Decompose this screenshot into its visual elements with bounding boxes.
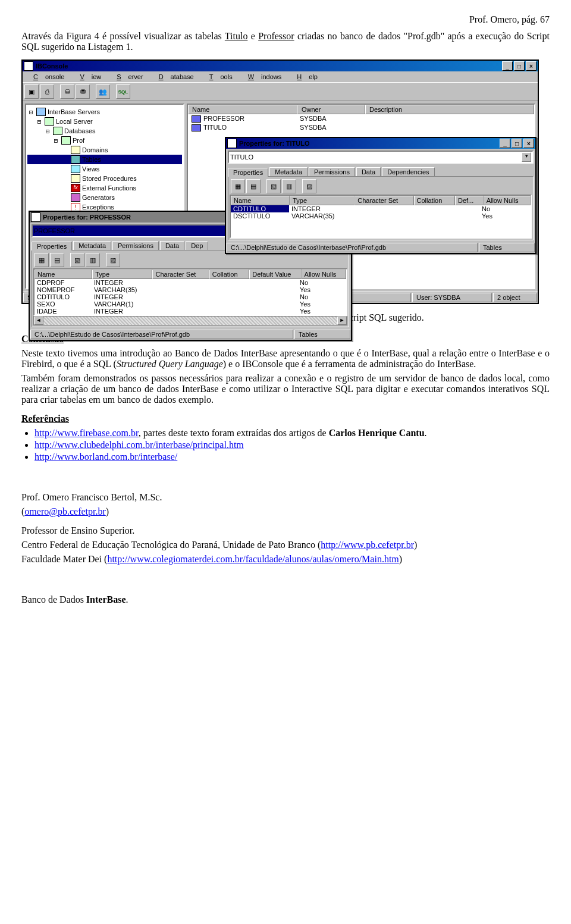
email-link[interactable]: omero@pb.cefetpr.br	[24, 506, 105, 516]
tool-icon[interactable]: ▦	[34, 253, 49, 267]
tab-properties[interactable]: Properties	[32, 242, 72, 250]
tool-icon[interactable]: ▨	[106, 253, 120, 267]
table-select-dropdown[interactable]: TITULO ▾	[228, 151, 534, 164]
col-type[interactable]: Type	[290, 196, 354, 205]
ibconsole-titlebar[interactable]: IBConsole _ □ ×	[23, 61, 538, 71]
login-icon[interactable]: ⎙	[40, 84, 54, 99]
window-icon	[31, 212, 40, 222]
tab-properties[interactable]: Properties	[228, 168, 268, 177]
tree-tables[interactable]: Tables	[27, 155, 182, 164]
table-icon	[192, 115, 201, 123]
author-name: Prof. Omero Francisco Bertol, M.Sc.	[21, 492, 550, 503]
tool-icon[interactable]: ▨	[302, 179, 316, 193]
minimize-button[interactable]: _	[500, 139, 510, 148]
col-charset[interactable]: Character Set	[152, 270, 209, 279]
tree-external-functions[interactable]: fxExternal Functions	[27, 183, 182, 193]
tab-metadata[interactable]: Metadata	[73, 241, 111, 250]
tool-icon[interactable]: ▧	[266, 179, 281, 193]
close-button[interactable]: ×	[526, 61, 537, 71]
titulo-columns-grid[interactable]: Name Type Character Set Collation Def...…	[230, 195, 532, 239]
menu-database[interactable]: Database	[152, 73, 201, 81]
tree-stored-procedures[interactable]: Stored Procedures	[27, 174, 182, 183]
reference-link[interactable]: http://www.clubedelphi.com.br/interbase/…	[34, 440, 244, 450]
col-owner[interactable]: Owner	[297, 105, 365, 114]
tab-dependencies[interactable]: Dependencies	[382, 167, 434, 176]
col-allow-nulls[interactable]: Allow Nulls	[484, 196, 531, 205]
tab-dependencies[interactable]: Dep	[186, 241, 208, 250]
tab-metadata[interactable]: Metadata	[269, 167, 308, 176]
col-description[interactable]: Description	[365, 105, 534, 114]
chevron-down-icon[interactable]: ▾	[522, 152, 531, 162]
tab-data[interactable]: Data	[356, 167, 381, 176]
tool-icon[interactable]: ▥	[282, 179, 296, 193]
list-item[interactable]: PROFESSOR SYSDBA	[188, 114, 534, 123]
menu-server[interactable]: Server	[109, 73, 150, 81]
col-name[interactable]: Name	[34, 270, 92, 279]
tree-local-server[interactable]: ⊟Local Server	[27, 117, 182, 126]
tool-icon[interactable]: ▥	[86, 253, 100, 267]
reference-link[interactable]: http://www.borland.com.br/interbase/	[34, 452, 177, 462]
tree-domains[interactable]: Domains	[27, 145, 182, 155]
titulo-titlebar[interactable]: Properties for: TITULO _ □ ×	[226, 138, 535, 149]
menu-windows[interactable]: Windows	[241, 73, 289, 81]
professor-columns-grid[interactable]: Name Type Character Set Collation Defaul…	[33, 268, 347, 316]
tool-icon[interactable]: ▦	[231, 179, 245, 193]
table-row[interactable]: CDTITULOINTEGERNo	[231, 205, 531, 212]
col-name[interactable]: Name	[188, 105, 297, 114]
references-heading: Referências	[21, 414, 550, 424]
tool-icon[interactable]: ▤	[246, 179, 261, 193]
reference-link[interactable]: http://www.firebase.com.br	[34, 428, 139, 438]
tool-icon[interactable]: ▧	[70, 253, 84, 267]
tree-databases[interactable]: ⊟Databases	[27, 126, 182, 136]
close-button[interactable]: ×	[523, 139, 534, 148]
table-row[interactable]: IDADEINTEGERYes	[34, 308, 346, 315]
tree-generators[interactable]: Generators	[27, 193, 182, 202]
list-item[interactable]: TITULO SYSDBA	[188, 123, 534, 132]
col-collation[interactable]: Collation	[414, 196, 455, 205]
minimize-button[interactable]: _	[502, 61, 513, 71]
col-type[interactable]: Type	[92, 270, 152, 279]
sql-icon[interactable]: SQL	[116, 84, 130, 99]
table-row[interactable]: NOMEPROFVARCHAR(35)Yes	[34, 286, 346, 293]
tab-data[interactable]: Data	[160, 241, 184, 250]
col-default[interactable]: Default Value	[249, 270, 301, 279]
server-icon[interactable]: ▣	[24, 84, 39, 99]
users-icon[interactable]: 👥	[96, 84, 110, 99]
disconnect-icon[interactable]: ⛃	[76, 84, 90, 99]
table-row[interactable]: CDTITULOINTEGERNo	[34, 293, 346, 300]
col-allow-nulls[interactable]: Allow Nulls	[302, 270, 346, 279]
table-row[interactable]: SEXOVARCHAR(1)Yes	[34, 300, 346, 308]
status-user: User: SYSDBA	[412, 293, 492, 302]
col-collation[interactable]: Collation	[209, 270, 250, 279]
tree-interbase-servers[interactable]: ⊟InterBase Servers	[27, 107, 182, 117]
database-icon[interactable]: ⛁	[60, 84, 74, 99]
reference-item: http://www.borland.com.br/interbase/	[34, 452, 550, 462]
col-name[interactable]: Name	[231, 196, 290, 205]
properties-titulo-window[interactable]: Properties for: TITULO _ □ × TITULO ▾ Pr…	[225, 137, 537, 254]
table-row[interactable]: DSCTITULOVARCHAR(35)Yes	[231, 212, 531, 220]
col-default[interactable]: Def...	[455, 196, 484, 205]
affiliation-link[interactable]: http://www.colegiomaterdei.com.br/faculd…	[107, 554, 399, 564]
ibconsole-title: IBConsole	[36, 62, 501, 70]
affiliation-link[interactable]: http://www.pb.cefetpr.br	[321, 540, 414, 550]
tab-permissions[interactable]: Permissions	[112, 241, 159, 250]
tree-views[interactable]: Views	[27, 164, 182, 174]
tool-icon[interactable]: ▤	[50, 253, 64, 267]
menu-view[interactable]: View	[73, 73, 108, 81]
tab-permissions[interactable]: Permissions	[309, 167, 355, 176]
titulo-title-text: Properties for: TITULO	[239, 140, 498, 147]
menu-help[interactable]: Help	[290, 73, 325, 81]
table-row[interactable]: CDPROFINTEGERNo	[34, 279, 346, 286]
horizontal-scrollbar[interactable]: ◄►	[33, 316, 347, 325]
menu-tools[interactable]: Tools	[202, 73, 240, 81]
author-signature: Prof. Omero Francisco Bertol, M.Sc. (ome…	[21, 492, 550, 565]
menu-console[interactable]: Console	[26, 73, 71, 81]
figure-4-screenshot: IBConsole _ □ × Console View Server Data…	[21, 59, 550, 304]
maximize-button[interactable]: □	[514, 61, 525, 71]
conclusion-p2: Também foram demonstrados os passos nece…	[21, 373, 550, 405]
col-charset[interactable]: Character Set	[354, 196, 413, 205]
maximize-button[interactable]: □	[512, 139, 522, 148]
table-icon	[192, 124, 201, 131]
tree-prof[interactable]: ⊟Prof	[27, 136, 182, 145]
reference-item: http://www.firebase.com.br, partes deste…	[34, 428, 550, 438]
